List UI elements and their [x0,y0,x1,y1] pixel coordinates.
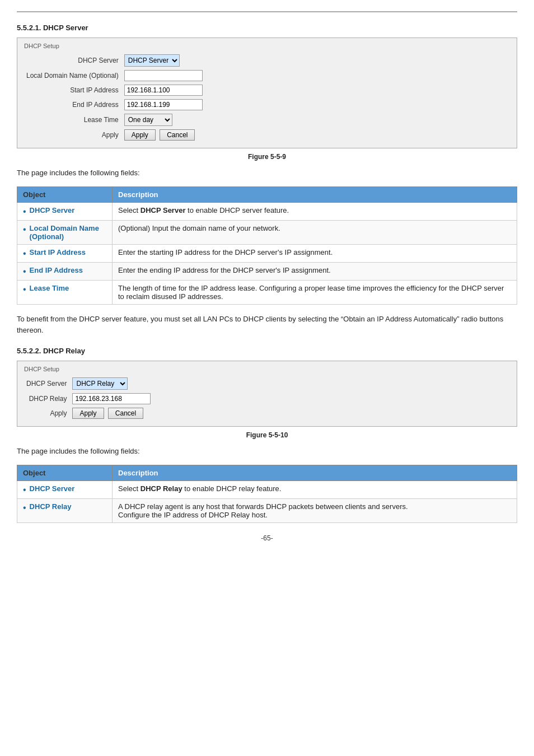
table-row: • Lease Time The length of time for the … [17,281,517,305]
cell-dhcp-server-2: DHCP Server DHCP Relay None [70,376,153,391]
figure-caption-2: Figure 5-5-10 [17,431,517,439]
table-row: • DHCP Server Select DHCP Server to enab… [17,202,517,220]
col-object-header-2: Object [17,465,113,480]
section2: 5.5.2.2. DHCP Relay DHCP Setup DHCP Serv… [17,347,517,523]
table-row: DHCP Relay [24,391,153,406]
obj-label: Local Domain Name (Optional) [30,224,106,241]
cell-lease-time: One day Two days One week One month Fore… [122,112,205,128]
dhcp-setup-box2-title: DHCP Setup [24,366,510,372]
bullet-item: • DHCP Relay [23,502,106,513]
table-header-row: Object Description [17,186,517,202]
dhcp-server-select-2[interactable]: DHCP Server DHCP Relay None [72,377,128,390]
obj-label: DHCP Server [30,206,75,214]
col-description-header-2: Description [113,465,517,480]
label-lease-time: Lease Time [24,112,122,128]
apply-button-2[interactable]: Apply [72,408,104,419]
obj-cell: • Lease Time [17,281,113,305]
cell-start-ip [122,83,205,97]
dhcp-setup-box-1: DHCP Setup DHCP Server DHCP Server DHCP … [17,38,517,148]
obj-label: Start IP Address [30,248,86,256]
desc-cell: Select DHCP Server to enable DHCP server… [113,202,517,220]
col-object-header: Object [17,186,113,202]
dhcp-server-select-1[interactable]: DHCP Server DHCP Relay None [124,54,180,67]
table-row: Apply Apply Cancel [24,406,153,421]
obj-label: Lease Time [30,284,69,292]
bullet-item: • DHCP Server [23,484,106,495]
start-ip-input[interactable] [124,85,203,96]
cancel-button-2[interactable]: Cancel [108,408,143,419]
section1-para: To benefit from the DHCP server feature,… [17,314,517,335]
dhcp-setup-box1-title: DHCP Setup [24,43,510,49]
dhcp-setup-table-1: DHCP Server DHCP Server DHCP Relay None … [24,53,205,142]
cancel-button-1[interactable]: Cancel [160,129,195,141]
bold-text: DHCP Server [140,206,186,214]
section1: 5.5.2.1. DHCP Server DHCP Setup DHCP Ser… [17,24,517,335]
bullet-item: • End IP Address [23,266,106,277]
label-dhcp-server-2: DHCP Server [24,376,70,391]
bullet-dot: • [23,502,26,513]
desc-cell: The length of time for the IP address le… [113,281,517,305]
table-row: Local Domain Name (Optional) [24,68,205,83]
obj-cell: • DHCP Server [17,480,113,498]
obj-cell: • End IP Address [17,262,113,280]
apply-button-1[interactable]: Apply [124,129,156,141]
bullet-dot: • [23,484,26,495]
intro-text-2: The page includes the following fields: [17,446,517,457]
obj-cell: • DHCP Relay [17,498,113,522]
desc-cell: Select DHCP Relay to enable DHCP relay f… [113,480,517,498]
bullet-dot: • [23,284,26,295]
bullet-item: • DHCP Server [23,206,106,217]
table-row: DHCP Server DHCP Server DHCP Relay None [24,53,205,68]
dhcp-setup-box-2: DHCP Setup DHCP Server DHCP Server DHCP … [17,361,517,427]
bullet-item: • Lease Time [23,284,106,295]
label-start-ip: Start IP Address [24,83,122,97]
desc-cell: A DHCP relay agent is any host that forw… [113,498,517,522]
cell-dhcp-server: DHCP Server DHCP Relay None [122,53,205,68]
bullet-dot: • [23,224,26,235]
table-row: Start IP Address [24,83,205,97]
desc-cell: (Optional) Input the domain name of your… [113,220,517,244]
bullet-dot: • [23,206,26,217]
cell-dhcp-relay [70,391,153,406]
section2-heading: 5.5.2.2. DHCP Relay [17,347,517,355]
bullet-dot: • [23,248,26,259]
table-row: • Local Domain Name (Optional) (Optional… [17,220,517,244]
obj-label: DHCP Server [30,484,75,493]
table-row: DHCP Server DHCP Server DHCP Relay None [24,376,153,391]
dhcp-relay-input[interactable] [72,393,151,404]
table-header-row: Object Description [17,465,517,480]
table-row: End IP Address [24,97,205,112]
label-dhcp-relay: DHCP Relay [24,391,70,406]
intro-text-1: The page includes the following fields: [17,167,517,179]
cell-local-domain [122,68,205,83]
obj-cell: • Start IP Address [17,244,113,262]
section1-heading: 5.5.2.1. DHCP Server [17,24,517,32]
cell-end-ip [122,97,205,112]
label-apply-row-2: Apply [24,406,70,421]
cell-apply-row: Apply Cancel [122,128,205,142]
fields-table-1: Object Description • DHCP Server Select … [17,186,517,305]
obj-label: End IP Address [30,266,83,274]
obj-cell: • DHCP Server [17,202,113,220]
figure-caption-1: Figure 5-5-9 [17,153,517,161]
bullet-item: • Local Domain Name (Optional) [23,224,106,241]
local-domain-input[interactable] [124,70,203,81]
cell-apply-row-2: Apply Cancel [70,406,153,421]
table-row: • Start IP Address Enter the starting IP… [17,244,517,262]
obj-label: DHCP Relay [30,502,72,511]
end-ip-input[interactable] [124,99,203,110]
top-border [17,11,517,12]
lease-time-select[interactable]: One day Two days One week One month Fore… [124,114,172,126]
table-row: • DHCP Relay A DHCP relay agent is any h… [17,498,517,522]
label-apply-row: Apply [24,128,122,142]
col-description-header: Description [113,186,517,202]
page-number: -65- [17,534,517,542]
desc-cell: Enter the starting IP address for the DH… [113,244,517,262]
bold-text: DHCP Relay [140,484,182,493]
table-row: Apply Apply Cancel [24,128,205,142]
bullet-dot: • [23,266,26,277]
label-dhcp-server: DHCP Server [24,53,122,68]
fields-table-2: Object Description • DHCP Server Select … [17,465,517,523]
obj-cell: • Local Domain Name (Optional) [17,220,113,244]
desc-cell: Enter the ending IP address for the DHCP… [113,262,517,280]
